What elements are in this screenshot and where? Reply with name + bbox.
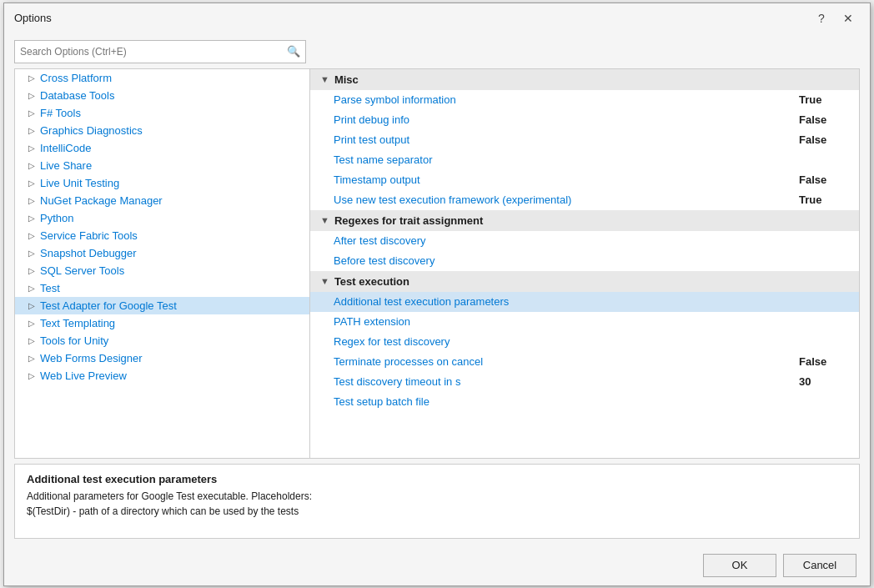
- sidebar-item-label: Service Fabric Tools: [40, 229, 138, 242]
- sidebar-item-snapshot-debugger[interactable]: ▷ Snapshot Debugger: [15, 244, 309, 262]
- sidebar-item-python[interactable]: ▷ Python: [15, 209, 309, 227]
- title-bar: Options ? ✕: [4, 3, 870, 33]
- prop-value: 30: [799, 375, 849, 388]
- sidebar-item-label: Test Adapter for Google Test: [40, 299, 177, 312]
- expand-icon: ▷: [28, 178, 35, 188]
- sidebar-item-label: Text Templating: [40, 317, 115, 329]
- sidebar-item-label: Live Share: [40, 159, 92, 172]
- prop-path-extension[interactable]: PATH extension: [310, 312, 859, 332]
- sidebar-item-label: Python: [40, 212, 73, 224]
- sidebar-item-service-fabric-tools[interactable]: ▷ Service Fabric Tools: [15, 227, 309, 244]
- sidebar-item-label: Database Tools: [40, 89, 114, 102]
- prop-value: True: [799, 193, 849, 206]
- sidebar-item-label: SQL Server Tools: [40, 264, 124, 277]
- collapse-icon: ▼: [320, 215, 329, 225]
- close-button[interactable]: ✕: [836, 7, 860, 30]
- prop-value: False: [799, 173, 849, 186]
- options-dialog: Options ? ✕ 🔍 ▷ Cross Platform ▷ Datab: [3, 3, 871, 586]
- expand-icon: ▷: [28, 196, 35, 205]
- prop-value: [799, 301, 849, 303]
- prop-test-name-separator[interactable]: Test name separator: [310, 150, 859, 170]
- section-misc-label: Misc: [334, 73, 359, 86]
- expand-icon: ▷: [28, 91, 35, 100]
- sidebar-item-sql-server-tools[interactable]: ▷ SQL Server Tools: [15, 262, 309, 279]
- sidebar-item-label: NuGet Package Manager: [40, 194, 163, 207]
- prop-test-setup-batch-file[interactable]: Test setup batch file: [310, 392, 859, 412]
- sidebar-item-tools-for-unity[interactable]: ▷ Tools for Unity: [15, 332, 309, 349]
- expand-icon: ▷: [28, 319, 35, 328]
- prop-before-test-discovery[interactable]: Before test discovery: [310, 251, 859, 271]
- search-box[interactable]: 🔍: [14, 40, 306, 63]
- sidebar-item-intellicode[interactable]: ▷ IntelliCode: [15, 139, 309, 157]
- prop-regex-test-discovery[interactable]: Regex for test discovery: [310, 332, 859, 352]
- prop-use-new-test-execution[interactable]: Use new test execution framework (experi…: [310, 190, 859, 210]
- prop-value: True: [799, 93, 849, 106]
- cancel-button[interactable]: Cancel: [783, 554, 856, 577]
- sidebar-item-label: F# Tools: [40, 107, 81, 119]
- sidebar-item-live-share[interactable]: ▷ Live Share: [15, 157, 309, 174]
- title-bar-controls: ? ✕: [810, 7, 860, 30]
- expand-icon: ▷: [28, 301, 35, 310]
- description-text: Additional parameters for Google Test ex…: [27, 489, 847, 519]
- prop-print-debug-info[interactable]: Print debug info False: [310, 110, 859, 130]
- main-content: ▷ Cross Platform ▷ Database Tools ▷ F# T…: [14, 68, 860, 459]
- prop-timestamp-output[interactable]: Timestamp output False: [310, 170, 859, 190]
- prop-name: After test discovery: [334, 234, 799, 247]
- expand-icon: ▷: [28, 266, 35, 275]
- sidebar-item-label: Test: [40, 282, 60, 294]
- nav-tree: ▷ Cross Platform ▷ Database Tools ▷ F# T…: [14, 68, 310, 459]
- section-test-execution[interactable]: ▼ Test execution: [310, 271, 859, 292]
- collapse-icon: ▼: [320, 74, 329, 84]
- collapse-icon: ▼: [320, 276, 329, 286]
- sidebar-item-live-unit-testing[interactable]: ▷ Live Unit Testing: [15, 174, 309, 192]
- expand-icon: ▷: [28, 126, 35, 135]
- prop-additional-test-params[interactable]: Additional test execution parameters: [310, 292, 859, 312]
- sidebar-item-database-tools[interactable]: ▷ Database Tools: [15, 87, 309, 104]
- prop-value: False: [799, 133, 849, 146]
- prop-print-test-output[interactable]: Print test output False: [310, 130, 859, 150]
- dialog-title: Options: [14, 12, 52, 24]
- sidebar-item-cross-platform[interactable]: ▷ Cross Platform: [15, 69, 309, 87]
- prop-name: Test name separator: [334, 153, 799, 166]
- ok-button[interactable]: OK: [703, 554, 776, 577]
- section-regexes-label: Regexes for trait assignment: [334, 214, 483, 227]
- sidebar-item-web-live-preview[interactable]: ▷ Web Live Preview: [15, 367, 309, 384]
- prop-name: Print debug info: [334, 113, 799, 126]
- help-button[interactable]: ?: [810, 7, 833, 30]
- dialog-body: 🔍 ▷ Cross Platform ▷ Database Tools ▷ F#…: [4, 33, 870, 545]
- prop-name: Terminate processes on cancel: [334, 355, 799, 368]
- prop-name: Test setup batch file: [334, 395, 799, 408]
- prop-name: Additional test execution parameters: [334, 295, 799, 308]
- sidebar-item-label: Web Forms Designer: [40, 352, 143, 364]
- sidebar-item-label: Live Unit Testing: [40, 177, 119, 189]
- sidebar-item-test[interactable]: ▷ Test: [15, 279, 309, 297]
- sidebar-item-test-adapter-google-test[interactable]: ▷ Test Adapter for Google Test: [15, 297, 309, 314]
- search-input[interactable]: [20, 46, 287, 58]
- prop-terminate-processes[interactable]: Terminate processes on cancel False: [310, 352, 859, 372]
- section-regexes[interactable]: ▼ Regexes for trait assignment: [310, 210, 859, 231]
- sidebar-item-nuget-package-manager[interactable]: ▷ NuGet Package Manager: [15, 192, 309, 209]
- sidebar-item-graphics-diagnostics[interactable]: ▷ Graphics Diagnostics: [15, 122, 309, 139]
- prop-name: Before test discovery: [334, 254, 799, 267]
- sidebar-item-label: Snapshot Debugger: [40, 247, 137, 259]
- expand-icon: ▷: [28, 354, 35, 363]
- prop-after-test-discovery[interactable]: After test discovery: [310, 231, 859, 251]
- description-panel: Additional test execution parameters Add…: [14, 464, 860, 539]
- section-misc[interactable]: ▼ Misc: [310, 69, 859, 90]
- expand-icon: ▷: [28, 371, 35, 380]
- prop-name: PATH extension: [334, 315, 799, 328]
- sidebar-item-label: Tools for Unity: [40, 334, 108, 347]
- prop-value: False: [799, 355, 849, 368]
- expand-icon: ▷: [28, 214, 35, 223]
- sidebar-item-web-forms-designer[interactable]: ▷ Web Forms Designer: [15, 349, 309, 367]
- prop-parse-symbol-info[interactable]: Parse symbol information True: [310, 90, 859, 110]
- prop-test-discovery-timeout[interactable]: Test discovery timeout in s 30: [310, 372, 859, 392]
- sidebar-item-fsharp-tools[interactable]: ▷ F# Tools: [15, 104, 309, 122]
- expand-icon: ▷: [28, 249, 35, 258]
- description-title: Additional test execution parameters: [27, 473, 847, 485]
- sidebar-item-text-templating[interactable]: ▷ Text Templating: [15, 314, 309, 332]
- prop-value: False: [799, 113, 849, 126]
- expand-icon: ▷: [28, 161, 35, 170]
- prop-name: Parse symbol information: [334, 93, 799, 106]
- sidebar-item-label: Web Live Preview: [40, 369, 127, 382]
